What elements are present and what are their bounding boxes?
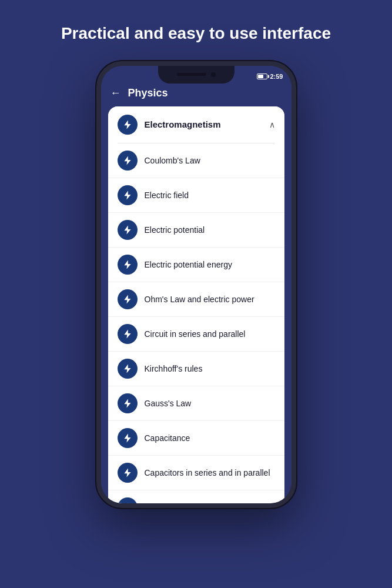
content-card: Electromagnetism ∧ Coulomb's Law (108, 106, 284, 503)
notch-camera (211, 72, 216, 77)
phone-screen: 2:59 ← Physics Electromagnetism ∧ (101, 66, 292, 503)
category-icon (118, 115, 138, 135)
list-item[interactable]: Gauss's Law (108, 386, 284, 421)
topic-label-2: Electric potential (145, 225, 205, 235)
app-title: Physics (128, 87, 168, 99)
topic-icon-9 (118, 463, 138, 483)
topic-icon-7 (118, 393, 138, 413)
status-right: 2:59 (257, 73, 283, 80)
list-item[interactable]: Electric potential (108, 213, 284, 248)
list-item[interactable]: Kirchhoff's rules (108, 352, 284, 386)
topic-icon-2 (118, 220, 138, 240)
topic-label-0: Coulomb's Law (145, 155, 200, 166)
battery-icon (257, 74, 267, 79)
category-header[interactable]: Electromagnetism ∧ (108, 106, 284, 143)
list-item[interactable]: Circuit in series and parallel (108, 317, 284, 352)
topic-label-8: Capacitance (145, 433, 190, 443)
list-item[interactable]: Electric field (108, 178, 284, 213)
topic-label-4: Ohm's Law and electric power (145, 294, 254, 305)
topic-label-3: Electric potential energy (145, 259, 232, 270)
topic-icon-8 (118, 428, 138, 448)
topic-label-5: Circuit in series and parallel (145, 329, 246, 339)
topic-icon-3 (118, 255, 138, 275)
topic-icon-0 (118, 151, 138, 171)
topic-label-6: Kirchhoff's rules (145, 363, 203, 374)
topics-list: Coulomb's Law Electric field (108, 143, 284, 503)
battery-fill (258, 75, 263, 78)
page-headline: Practical and easy to use interface (38, 0, 354, 61)
topic-label-7: Gauss's Law (145, 398, 192, 409)
back-button[interactable]: ← (110, 87, 121, 99)
list-item[interactable]: Capacitance (108, 421, 284, 456)
topic-icon-4 (118, 289, 138, 309)
topic-icon-5 (118, 324, 138, 344)
notch-speaker (177, 73, 206, 76)
topic-icon-6 (118, 359, 138, 379)
list-item[interactable]: Electric potential energy (108, 248, 284, 282)
category-label: Electromagnetism (145, 119, 221, 129)
bolt-icon (122, 119, 133, 130)
list-item[interactable]: Magnetic field (108, 490, 284, 503)
category-header-left: Electromagnetism (118, 115, 221, 135)
chevron-up-icon[interactable]: ∧ (269, 120, 275, 129)
topic-icon-1 (118, 185, 138, 205)
phone-mockup: 2:59 ← Physics Electromagnetism ∧ (96, 61, 296, 508)
topic-icon-10 (118, 497, 138, 503)
topic-label-9: Capacitors in series and in parallel (145, 467, 270, 478)
topic-label-10: Magnetic field (145, 502, 195, 503)
list-item[interactable]: Coulomb's Law (108, 143, 284, 178)
phone-notch (158, 66, 234, 83)
time-display: 2:59 (270, 73, 283, 80)
list-item[interactable]: Ohm's Law and electric power (108, 282, 284, 317)
list-item[interactable]: Capacitors in series and in parallel (108, 456, 284, 490)
topic-label-1: Electric field (145, 190, 189, 201)
